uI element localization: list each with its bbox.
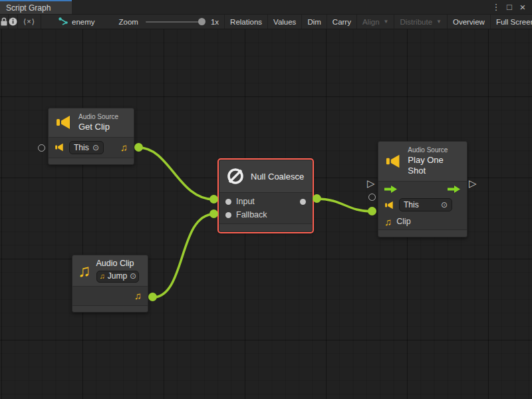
null-fallback-port[interactable] — [209, 209, 218, 218]
audio-clip-footer — [72, 305, 148, 312]
result-port-dot[interactable] — [300, 199, 306, 205]
audio-source-icon — [385, 154, 402, 169]
values-label: Values — [273, 18, 296, 26]
dim-label: Dim — [307, 18, 321, 26]
get-clip-output-port[interactable] — [134, 143, 143, 152]
info-icon — [9, 17, 17, 26]
audio-source-icon — [55, 115, 72, 130]
play-one-shot-this-port[interactable] — [368, 194, 376, 201]
align-dropdown-icon: ▼ — [384, 19, 389, 25]
audio-source-mini-icon — [384, 201, 394, 209]
align-label: Align — [362, 18, 380, 26]
distribute-dropdown-icon: ▼ — [436, 19, 442, 25]
null-input-port[interactable] — [209, 195, 218, 203]
null-coalesce-footer — [219, 223, 312, 231]
audio-clip-title: Audio Clip — [96, 259, 139, 269]
fallback-port-dot[interactable] — [225, 212, 231, 218]
wire-audioclip-to-fallback[interactable] — [153, 214, 214, 297]
get-clip-this-port[interactable] — [38, 144, 45, 152]
audio-clip-output-icon: ♫ — [134, 291, 142, 301]
values-button[interactable]: Values — [268, 15, 302, 29]
align-button: Align ▼ — [357, 15, 395, 29]
info-button[interactable] — [9, 15, 18, 29]
flow-in-arrow-icon[interactable] — [384, 185, 398, 194]
code-view-button[interactable]: ⟨×⟩ — [18, 15, 41, 29]
play-one-shot-exit-port[interactable]: ▷ — [469, 178, 477, 188]
get-clip-footer — [49, 158, 134, 164]
play-one-shot-clip-port[interactable] — [368, 207, 376, 215]
audio-clip-value-field[interactable]: ♫ Jump ⊙ — [96, 271, 139, 283]
audio-source-mini-icon — [55, 143, 65, 152]
clip-label: Clip — [396, 217, 411, 226]
null-coalesce-header: Null Coalesce — [219, 160, 312, 192]
zoom-slider-handle[interactable] — [198, 18, 205, 25]
clip-input-icon: ♫ — [384, 217, 392, 227]
get-clip-titles: Audio Source Get Clip — [78, 113, 118, 132]
node-play-one-shot[interactable]: Audio Source Play One Shot — [378, 141, 467, 237]
zoom-slider[interactable] — [146, 21, 203, 23]
null-output-port[interactable] — [313, 194, 321, 203]
audio-clip-body: ♫ — [72, 286, 148, 305]
node-get-clip[interactable]: Audio Source Get Clip This ⊙ ♫ — [48, 108, 134, 165]
graph-toolbar: ⟨×⟩ enemy Zoom 1x Relations Values — [0, 14, 532, 29]
relations-button[interactable]: Relations — [225, 15, 268, 29]
carry-button[interactable]: Carry — [327, 15, 357, 29]
object-picker-icon[interactable]: ⊙ — [441, 200, 448, 209]
fallback-port-row: Fallback — [219, 208, 312, 223]
lock-button[interactable] — [0, 15, 9, 29]
fallback-label: Fallback — [236, 210, 267, 219]
play-one-shot-category: Audio Source — [408, 146, 460, 155]
overview-button[interactable]: Overview — [448, 15, 491, 29]
object-picker-icon[interactable]: ⊙ — [130, 271, 136, 281]
node-null-coalesce[interactable]: Null Coalesce Input Fallback — [219, 160, 313, 232]
input-port-dot[interactable] — [225, 199, 231, 205]
window-controls: ⋮ □ × — [491, 0, 532, 14]
toolbar-actions: Relations Values Dim Carry Align ▼ Distr… — [224, 15, 532, 29]
get-clip-this-field[interactable]: This ⊙ — [69, 141, 104, 154]
maximize-icon[interactable]: □ — [504, 3, 515, 11]
get-clip-body: This ⊙ ♫ — [49, 137, 134, 158]
tab-script-graph[interactable]: Script Graph — [0, 0, 72, 14]
audio-clip-titles: Audio Clip ♫ Jump ⊙ — [96, 259, 139, 283]
get-clip-category: Audio Source — [78, 113, 118, 122]
full-screen-button[interactable]: Full Screen — [491, 15, 532, 29]
play-one-shot-title: Play One Shot — [408, 155, 460, 177]
play-one-shot-enter-port[interactable]: ▷ — [367, 178, 375, 188]
audio-clip-icon: ♫ — [78, 262, 91, 279]
lock-icon — [0, 17, 8, 26]
code-view-icon: ⟨×⟩ — [23, 17, 35, 26]
close-icon[interactable]: × — [517, 2, 528, 12]
get-clip-header: Audio Source Get Clip — [49, 108, 134, 137]
flow-out-arrow-icon[interactable] — [448, 185, 461, 194]
null-coalesce-icon — [226, 167, 245, 186]
object-picker-icon[interactable]: ⊙ — [92, 143, 99, 152]
graph-canvas[interactable]: Audio Source Get Clip This ⊙ ♫ — [0, 29, 532, 399]
get-clip-this-value: This — [74, 143, 89, 152]
graph-name-group[interactable]: enemy — [53, 15, 100, 29]
audio-clip-value: Jump — [108, 271, 127, 281]
wire-output-to-clip[interactable] — [317, 199, 372, 211]
script-graph-window: Script Graph ⋮ □ × ⟨×⟩ — [0, 0, 532, 399]
node-audio-clip[interactable]: ♫ Audio Clip ♫ Jump ⊙ ♫ — [72, 255, 148, 313]
zoom-value: 1x — [211, 18, 219, 26]
input-label: Input — [236, 197, 255, 206]
dim-button[interactable]: Dim — [302, 15, 327, 29]
audio-clip-field-icon: ♫ — [100, 273, 105, 280]
zoom-group: Zoom 1x — [114, 15, 225, 29]
play-one-shot-body: This ⊙ ♫ Clip — [378, 181, 467, 229]
audio-clip-port-row: ♫ — [72, 287, 148, 305]
wire-getclip-to-input[interactable] — [139, 148, 214, 200]
zoom-label: Zoom — [119, 18, 138, 26]
play-one-shot-this-field[interactable]: This ⊙ — [399, 198, 452, 211]
audio-clip-output-port[interactable] — [148, 293, 157, 301]
overview-label: Overview — [453, 18, 485, 26]
relations-label: Relations — [230, 18, 262, 26]
distribute-button: Distribute ▼ — [394, 15, 448, 29]
audio-clip-header: ♫ Audio Clip ♫ Jump ⊙ — [72, 255, 148, 286]
play-one-shot-this-row: This ⊙ — [378, 196, 467, 213]
control-flow-row — [378, 182, 467, 196]
distribute-label: Distribute — [400, 18, 432, 26]
kebab-menu-icon[interactable]: ⋮ — [491, 3, 501, 11]
audio-clip-output-icon: ♫ — [120, 142, 128, 152]
graph-name-label: enemy — [72, 18, 95, 26]
